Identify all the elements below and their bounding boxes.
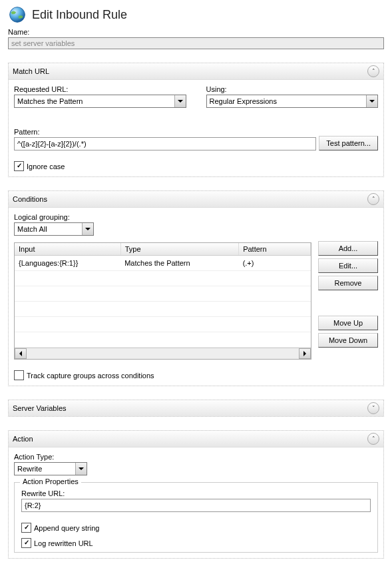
chevron-up-icon: ˄	[372, 435, 375, 442]
append-query-label: Append query string	[34, 524, 99, 532]
add-button[interactable]: Add...	[318, 241, 378, 256]
remove-button[interactable]: Remove	[318, 276, 378, 290]
using-label: Using:	[206, 85, 379, 93]
name-field[interactable]	[8, 37, 384, 49]
pattern-label: Pattern:	[14, 128, 316, 136]
requested-url-label: Requested URL:	[14, 85, 186, 93]
using-select[interactable]: Regular Expressions	[206, 95, 379, 108]
chevron-up-icon: ˄	[372, 196, 375, 202]
ignore-case-label: Ignore case	[27, 162, 65, 170]
track-groups-checkbox[interactable]	[14, 370, 24, 380]
dropdown-arrow-icon	[82, 223, 93, 235]
horizontal-scrollbar[interactable]	[15, 348, 311, 359]
panel-conditions: Conditions ˄ Logical grouping: Match All	[8, 190, 384, 386]
chevron-down-icon: ˅	[372, 405, 375, 412]
dropdown-arrow-icon	[366, 95, 377, 107]
collapse-conditions-button[interactable]: ˄	[367, 193, 379, 205]
panel-action: Action ˄ Action Type: Rewrite Action Pro…	[8, 430, 384, 559]
expand-server-vars-button[interactable]: ˅	[367, 402, 379, 414]
name-label: Name:	[8, 28, 384, 36]
action-properties-fieldset: Action Properties Rewrite URL: Append qu…	[14, 482, 378, 553]
dropdown-arrow-icon	[174, 95, 186, 107]
action-type-value: Rewrite	[17, 465, 42, 473]
table-row	[15, 317, 311, 332]
pattern-input[interactable]	[14, 137, 316, 150]
test-pattern-button[interactable]: Test pattern...	[319, 136, 378, 150]
table-row[interactable]: {Languages:{R:1}} Matches the Pattern (.…	[15, 256, 311, 271]
ignore-case-checkbox[interactable]	[14, 161, 24, 171]
table-row	[15, 302, 311, 317]
grouping-select[interactable]: Match All	[14, 222, 94, 236]
requested-url-value: Matches the Pattern	[17, 97, 83, 105]
globe-icon	[8, 5, 27, 24]
col-header-input[interactable]: Input	[15, 243, 120, 256]
collapse-match-url-button[interactable]: ˄	[367, 65, 379, 77]
move-down-button[interactable]: Move Down	[318, 333, 378, 348]
collapse-action-button[interactable]: ˄	[367, 433, 379, 445]
track-groups-label: Track capture groups across conditions	[27, 372, 154, 380]
append-query-checkbox[interactable]	[21, 523, 31, 533]
panel-title-match-url: Match URL	[13, 67, 49, 75]
action-type-label: Action Type:	[14, 453, 378, 461]
action-type-select[interactable]: Rewrite	[14, 462, 87, 475]
log-rewritten-label: Log rewritten URL	[34, 539, 93, 547]
table-row	[15, 271, 311, 286]
scroll-left-arrow-icon[interactable]	[15, 348, 27, 359]
grouping-label: Logical grouping:	[14, 213, 378, 221]
cell-type: Matches the Pattern	[120, 256, 238, 271]
panel-title-server-vars: Server Variables	[13, 404, 67, 412]
panel-title-action: Action	[13, 435, 33, 443]
cell-input: {Languages:{R:1}}	[15, 256, 120, 271]
action-properties-legend: Action Properties	[20, 477, 81, 485]
table-row	[15, 332, 311, 348]
move-up-button[interactable]: Move Up	[318, 316, 378, 330]
panel-title-conditions: Conditions	[13, 195, 47, 203]
edit-button[interactable]: Edit...	[318, 258, 378, 273]
rewrite-url-label: Rewrite URL:	[21, 489, 371, 497]
table-row	[15, 286, 311, 302]
dropdown-arrow-icon	[75, 463, 87, 475]
panel-match-url: Match URL ˄ Requested URL: Matches the P…	[8, 63, 384, 177]
grouping-value: Match All	[17, 225, 47, 233]
col-header-pattern[interactable]: Pattern	[239, 243, 311, 256]
cell-pattern: (.+)	[239, 256, 311, 271]
scroll-right-arrow-icon[interactable]	[299, 348, 311, 359]
log-rewritten-checkbox[interactable]	[21, 538, 31, 548]
chevron-up-icon: ˄	[372, 68, 375, 75]
rewrite-url-input[interactable]	[21, 499, 371, 512]
requested-url-select[interactable]: Matches the Pattern	[14, 95, 186, 108]
panel-server-variables: Server Variables ˅	[8, 400, 384, 417]
using-value: Regular Expressions	[210, 97, 278, 105]
page-title: Edit Inbound Rule	[32, 8, 127, 22]
conditions-table[interactable]: Input Type Pattern {Languages:{R:1}} Mat…	[14, 242, 311, 360]
svg-point-0	[10, 7, 25, 23]
col-header-type[interactable]: Type	[120, 243, 238, 256]
